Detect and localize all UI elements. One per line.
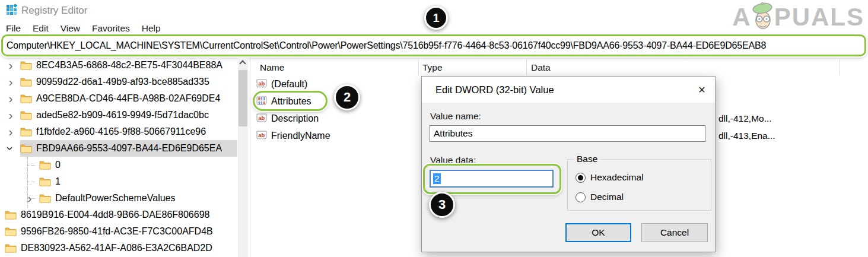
- data-column-fragment: dll,-413,Ena...: [718, 131, 775, 141]
- tree-item[interactable]: ›f1fbfde2-a960-4165-9f88-50667911ce96: [0, 123, 237, 140]
- registry-app-icon: [6, 4, 18, 16]
- tree-item-target[interactable]: DE830923-A562-41AF-A086-E3A2C6BAD2D: [5, 240, 237, 256]
- base-groupbox: Base Hexadecimal Decimal: [567, 159, 711, 211]
- window-title: Registry Editor: [21, 5, 87, 17]
- tree-item-target[interactable]: f1fbfde2-a960-4165-9f88-50667911ce96: [20, 123, 237, 140]
- mascot-icon: [750, 1, 776, 33]
- address-bar[interactable]: Computer\HKEY_LOCAL_MACHINE\SYSTEM\Curre…: [1, 34, 866, 56]
- tree-item[interactable]: ›aded5e82-b909-4619-9949-f5d71dac0bc: [0, 107, 237, 123]
- tree-item-label: f1fbfde2-a960-4165-9f88-50667911ce96: [36, 126, 206, 137]
- tree-item[interactable]: DE830923-A562-41AF-A086-E3A2C6BAD2D: [0, 240, 237, 256]
- tree-item-label: 0: [55, 160, 61, 170]
- tree-item[interactable]: ›1: [0, 173, 237, 190]
- value-name-label: (Default): [271, 79, 307, 90]
- chevron-down-icon[interactable]: ›: [5, 142, 17, 154]
- column-header-type[interactable]: Type: [422, 59, 443, 75]
- radio-decimal[interactable]: Decimal: [576, 192, 624, 202]
- registry-tree: ›8EC4B3A5-6868-48c2-BE75-4F3044BE88A›909…: [0, 57, 237, 257]
- tree-scrollbar[interactable]: [238, 57, 248, 257]
- folder-icon: [5, 243, 17, 253]
- ok-button[interactable]: OK: [565, 223, 631, 242]
- tree-item-target[interactable]: 9596FB26-9850-41fd-AC3E-F7C3C00AFD4B: [5, 223, 237, 240]
- watermark-suffix: PUALS: [774, 5, 864, 30]
- close-icon[interactable]: ✕: [691, 80, 713, 99]
- value-row[interactable]: abFriendlyName: [252, 127, 418, 144]
- tree-item-label: aded5e82-b909-4619-9949-f5d71dac0bc: [36, 110, 209, 120]
- scrollbar-up-arrow-icon[interactable]: [239, 60, 246, 66]
- tree-item[interactable]: ›DefaultPowerSchemeValues: [0, 190, 237, 207]
- pane-splitter[interactable]: [250, 57, 250, 257]
- tree-item-label: 9596FB26-9850-41fd-AC3E-F7C3C00AFD4B: [21, 226, 213, 237]
- tree-item-label: A9CEB8DA-CD46-44FB-A98B-02AF69DE4: [36, 93, 220, 104]
- value-name-text: Attributes: [434, 128, 472, 139]
- tree-item-target[interactable]: DefaultPowerSchemeValues: [39, 190, 237, 207]
- value-name-label: Value name:: [430, 111, 481, 122]
- chevron-right-icon[interactable]: ›: [5, 109, 17, 121]
- folder-icon: [20, 61, 32, 70]
- tree-item[interactable]: ›8EC4B3A5-6868-48c2-BE75-4F3044BE88A: [0, 57, 237, 74]
- tree-item-target[interactable]: 8EC4B3A5-6868-48c2-BE75-4F3044BE88A: [20, 57, 237, 74]
- chevron-right-icon[interactable]: ›: [5, 126, 17, 138]
- tree-item-target[interactable]: 0: [39, 157, 237, 173]
- tree-guide-stub: [27, 165, 35, 166]
- radio-decimal-label: Decimal: [590, 192, 624, 202]
- chevron-right-icon[interactable]: ›: [5, 59, 17, 71]
- folder-icon: [39, 160, 51, 170]
- value-data-field[interactable]: 2: [430, 170, 554, 188]
- tree-item[interactable]: ›90959d22-d6a1-49b9-af93-bce885ad335: [0, 74, 237, 90]
- tree-item[interactable]: ›FBD9AA66-9553-4097-BA44-ED6E9D65EA: [0, 140, 237, 157]
- annotation-circle-3: 3: [429, 192, 455, 218]
- radio-button-icon[interactable]: [576, 192, 586, 202]
- folder-icon: [20, 94, 32, 103]
- column-divider[interactable]: [840, 59, 840, 75]
- value-name-label: Description: [271, 113, 319, 124]
- tree-item-target[interactable]: FBD9AA66-9553-4097-BA44-ED6E9D65EA: [20, 140, 237, 157]
- column-header-data[interactable]: Data: [531, 59, 551, 75]
- tree-item-label: DE830923-A562-41AF-A086-E3A2C6BAD2D: [21, 243, 212, 253]
- radio-hexadecimal[interactable]: Hexadecimal: [576, 172, 644, 183]
- menu-view[interactable]: View: [55, 23, 86, 34]
- menu-help[interactable]: Help: [136, 23, 167, 34]
- tree-item[interactable]: 9596FB26-9850-41fd-AC3E-F7C3C00AFD4B: [0, 223, 237, 240]
- tree-item[interactable]: ›0: [0, 157, 237, 173]
- menu-favorites[interactable]: Favorites: [86, 23, 136, 34]
- folder-icon: [39, 177, 51, 186]
- dialog-title: Edit DWORD (32-bit) Value: [422, 77, 715, 103]
- string-value-icon: ab: [256, 79, 267, 89]
- watermark-prefix: A: [732, 5, 751, 30]
- tree-item-target[interactable]: A9CEB8DA-CD46-44FB-A98B-02AF69DE4: [20, 90, 237, 107]
- tree-item-label: 1: [55, 176, 61, 187]
- tree-guide-stub: [27, 182, 35, 182]
- radio-button-icon[interactable]: [576, 173, 586, 183]
- tree-item[interactable]: ›A9CEB8DA-CD46-44FB-A98B-02AF69DE4: [0, 90, 237, 107]
- data-column-fragment: dll,-412,Mo...: [718, 113, 772, 124]
- value-row[interactable]: abDescription: [252, 110, 418, 127]
- annotation-circle-1: 1: [424, 6, 448, 30]
- folder-icon: [5, 210, 17, 220]
- tree-item-target[interactable]: aded5e82-b909-4619-9949-f5d71dac0bc: [20, 107, 237, 123]
- column-divider[interactable]: [526, 59, 527, 75]
- value-row[interactable]: ab(Default): [252, 75, 418, 93]
- value-name-field[interactable]: Attributes: [430, 125, 705, 142]
- edit-dword-dialog: Edit DWORD (32-bit) Value ✕ Value name: …: [421, 76, 716, 252]
- svg-text:ab: ab: [258, 115, 265, 121]
- tree-item-label: DefaultPowerSchemeValues: [55, 193, 175, 204]
- column-header-name[interactable]: Name: [260, 59, 284, 75]
- column-divider[interactable]: [418, 59, 419, 75]
- tree-item-target[interactable]: 90959d22-d6a1-49b9-af93-bce885ad335: [20, 74, 237, 90]
- tree-item-target[interactable]: 1: [39, 173, 237, 190]
- string-value-icon: ab: [256, 113, 267, 123]
- tree-item-label: 90959d22-d6a1-49b9-af93-bce885ad335: [36, 77, 209, 87]
- base-group-label: Base: [574, 154, 600, 164]
- folder-icon: [20, 144, 32, 153]
- cancel-button[interactable]: Cancel: [641, 223, 708, 242]
- tree-item-target[interactable]: 8619B916-E004-4dd8-9B66-DAE86F806698: [5, 207, 237, 223]
- chevron-right-icon[interactable]: ›: [5, 93, 17, 104]
- menu-edit[interactable]: Edit: [27, 23, 55, 34]
- tree-item[interactable]: 8619B916-E004-4dd8-9B66-DAE86F806698: [0, 207, 237, 223]
- svg-text:ab: ab: [258, 80, 265, 87]
- folder-icon: [39, 193, 51, 203]
- menu-file[interactable]: File: [0, 23, 27, 34]
- scrollbar-thumb[interactable]: [239, 70, 247, 126]
- chevron-right-icon[interactable]: ›: [5, 76, 17, 88]
